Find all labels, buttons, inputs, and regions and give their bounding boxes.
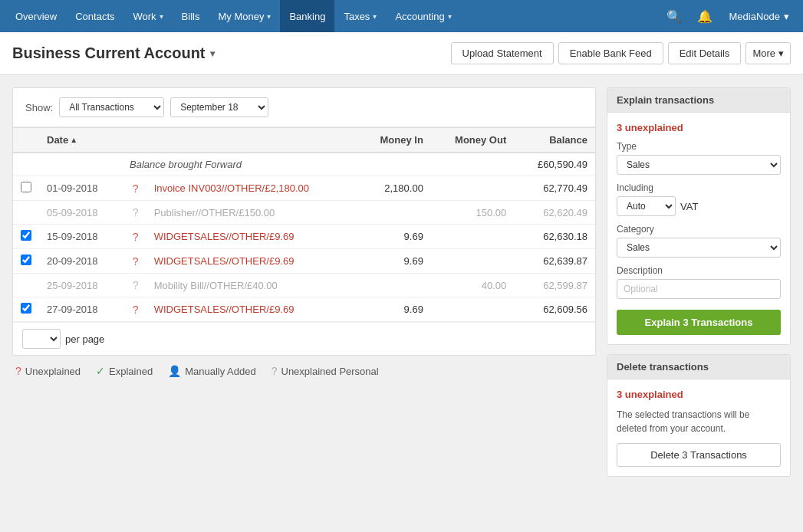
description-input[interactable] xyxy=(617,279,781,299)
row6-description[interactable]: WIDGETSALES//OTHER/£9.69 xyxy=(154,304,295,315)
row3-description[interactable]: WIDGETSALES//OTHER/£9.69 xyxy=(154,231,295,242)
page-title: Business Current Account ▾ xyxy=(12,44,451,62)
main-content: Show: All Transactions September 18 Date xyxy=(0,75,803,532)
nav-my-money[interactable]: My Money ▾ xyxy=(209,0,280,32)
row2-description[interactable]: Publisher//OTHER/£150.00 xyxy=(154,207,275,218)
row4-checkbox[interactable] xyxy=(21,255,31,265)
nav-banking[interactable]: Banking xyxy=(280,0,334,32)
description-label: Description xyxy=(617,265,781,276)
more-chevron: ▾ xyxy=(778,48,784,59)
legend-unexplained: ? Unexplained xyxy=(15,365,81,377)
work-chevron: ▾ xyxy=(160,12,163,21)
explain-card-header: Explain transactions xyxy=(607,88,790,113)
unexplained-icon: ? xyxy=(15,365,21,377)
nav-taxes[interactable]: Taxes ▾ xyxy=(334,0,386,32)
row6-checkbox[interactable] xyxy=(21,303,31,314)
legend-manually-added: 👤 Manually Added xyxy=(168,365,256,377)
legend-explained: ✓ Explained xyxy=(96,365,153,377)
period-select[interactable]: September 18 xyxy=(170,97,268,117)
row5-description[interactable]: Mobility Bill//OTHER/£40.00 xyxy=(154,280,278,291)
per-page-row: 25 50 100 per page xyxy=(13,322,595,355)
row1-status-icon[interactable]: ? xyxy=(133,182,139,195)
nav-contacts[interactable]: Contacts xyxy=(66,0,123,32)
delete-card-header: Delete transactions xyxy=(607,355,790,379)
row6-status-icon[interactable]: ? xyxy=(133,304,139,316)
header-status-col xyxy=(125,128,146,153)
left-panel: Show: All Transactions September 18 Date xyxy=(12,87,596,520)
enable-bank-feed-button[interactable]: Enable Bank Feed xyxy=(558,42,663,64)
transactions-panel: Show: All Transactions September 18 Date xyxy=(12,87,596,356)
unexplained-personal-icon: ? xyxy=(272,365,278,377)
table-row: 25-09-2018 ? Mobility Bill//OTHER/£40.00… xyxy=(13,274,595,297)
category-select[interactable]: Sales xyxy=(617,238,781,258)
more-button[interactable]: More ▾ xyxy=(745,42,791,64)
upload-statement-button[interactable]: Upload Statement xyxy=(451,42,554,64)
delete-description: The selected transactions will be delete… xyxy=(617,408,781,435)
user-chevron: ▾ xyxy=(784,11,789,22)
row5-status-icon[interactable]: ? xyxy=(133,279,139,291)
explain-card-body: 3 unexplained Type Sales Including Auto … xyxy=(607,113,790,344)
table-row: 01-09-2018 ? Invoice INV003//OTHER/£2,18… xyxy=(13,176,595,201)
explain-transactions-button[interactable]: Explain 3 Transactions xyxy=(617,310,781,335)
account-dropdown[interactable]: ▾ xyxy=(210,48,215,59)
row4-status-icon[interactable]: ? xyxy=(133,255,139,268)
explain-transactions-card: Explain transactions 3 unexplained Type … xyxy=(607,87,791,345)
top-navigation: Overview Contacts Work ▾ Bills My Money … xyxy=(0,0,803,32)
explain-unexplained-count: 3 unexplained xyxy=(617,122,781,133)
type-group: Type Sales xyxy=(617,141,781,175)
header-actions: Upload Statement Enable Bank Feed Edit D… xyxy=(451,42,791,64)
nav-bills[interactable]: Bills xyxy=(173,0,209,32)
header-money-in: Money In xyxy=(358,128,431,153)
delete-card-body: 3 unexplained The selected transactions … xyxy=(607,379,790,476)
nav-work[interactable]: Work ▾ xyxy=(124,0,173,32)
row2-status-icon[interactable]: ? xyxy=(133,206,139,218)
type-select[interactable]: Sales xyxy=(617,155,781,175)
search-icon[interactable]: 🔍 xyxy=(660,2,688,30)
transaction-type-select[interactable]: All Transactions xyxy=(59,97,164,117)
description-group: Description xyxy=(617,265,781,299)
edit-details-button[interactable]: Edit Details xyxy=(668,42,742,64)
header-description xyxy=(146,128,358,153)
taxes-chevron: ▾ xyxy=(373,12,377,21)
show-label: Show: xyxy=(25,102,53,113)
user-menu[interactable]: MediaNode ▾ xyxy=(722,2,798,30)
including-label: Including xyxy=(617,182,781,193)
transactions-table: Date ▲ Money In Money Out Balance xyxy=(13,127,595,322)
row3-checkbox[interactable] xyxy=(21,230,31,241)
header-checkbox-col xyxy=(13,128,39,153)
table-row: 05-09-2018 ? Publisher//OTHER/£150.00 15… xyxy=(13,201,595,225)
per-page-label: per page xyxy=(65,333,104,345)
table-row: 20-09-2018 ? WIDGETSALES//OTHER/£9.69 9.… xyxy=(13,249,595,274)
date-sort-icon: ▲ xyxy=(70,136,77,144)
nav-overview[interactable]: Overview xyxy=(6,0,66,32)
category-label: Category xyxy=(617,224,781,235)
including-select[interactable]: Auto xyxy=(617,196,676,216)
legend-unexplained-personal: ? Unexplained Personal xyxy=(272,365,379,377)
header-balance: Balance xyxy=(514,128,595,153)
table-row: 15-09-2018 ? WIDGETSALES//OTHER/£9.69 9.… xyxy=(13,225,595,249)
header-money-out: Money Out xyxy=(431,128,514,153)
table-header-row: Date ▲ Money In Money Out Balance xyxy=(13,128,595,153)
row1-description[interactable]: Invoice INV003//OTHER/£2,180.00 xyxy=(154,182,309,194)
row1-checkbox[interactable] xyxy=(21,182,31,192)
table-row: 27-09-2018 ? WIDGETSALES//OTHER/£9.69 9.… xyxy=(13,297,595,322)
delete-transactions-button[interactable]: Delete 3 Transactions xyxy=(617,443,781,467)
right-panel: Explain transactions 3 unexplained Type … xyxy=(607,87,791,520)
page-header: Business Current Account ▾ Upload Statem… xyxy=(0,32,803,75)
row4-description[interactable]: WIDGETSALES//OTHER/£9.69 xyxy=(154,255,295,267)
including-group: Including Auto VAT xyxy=(617,182,781,216)
delete-unexplained-count: 3 unexplained xyxy=(617,389,781,400)
nav-accounting[interactable]: Accounting ▾ xyxy=(386,0,460,32)
balance-forward-row: Balance brought Forward £60,590.49 xyxy=(13,153,595,176)
legend-row: ? Unexplained ✓ Explained 👤 Manually Add… xyxy=(12,356,596,377)
vat-label: VAT xyxy=(680,201,698,212)
notification-icon[interactable]: 🔔 xyxy=(691,2,719,30)
filter-row: Show: All Transactions September 18 xyxy=(13,88,595,127)
category-group: Category Sales xyxy=(617,224,781,258)
explained-icon: ✓ xyxy=(96,365,105,377)
per-page-select[interactable]: 25 50 100 xyxy=(22,329,61,349)
delete-transactions-card: Delete transactions 3 unexplained The se… xyxy=(607,354,791,477)
accounting-chevron: ▾ xyxy=(448,12,452,21)
including-row: Auto VAT xyxy=(617,196,781,216)
row3-status-icon[interactable]: ? xyxy=(133,231,139,243)
